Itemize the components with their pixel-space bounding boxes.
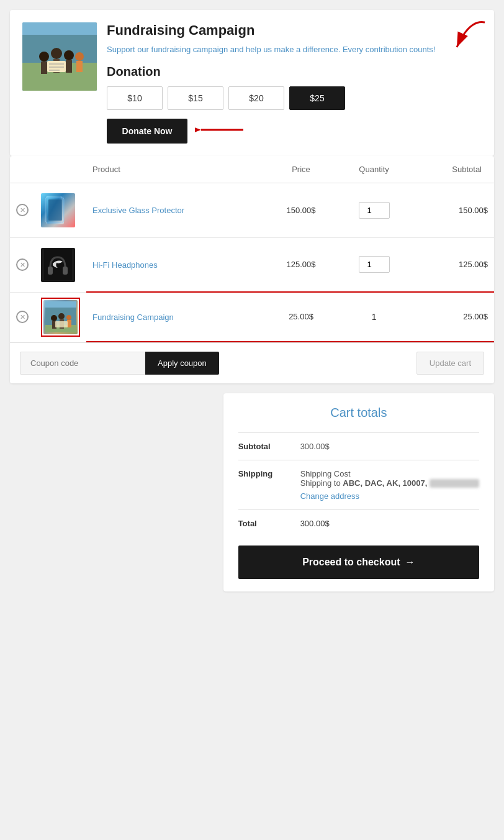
donate-row: Donate Now	[107, 119, 482, 144]
svg-rect-2	[22, 35, 97, 63]
total-value: 300.00$	[300, 519, 330, 528]
svg-rect-39	[44, 249, 72, 280]
main-remove-campaign-icon: ✕	[16, 311, 29, 323]
main-campaign-name-cell: Fundraising Campaign	[86, 292, 266, 342]
cart-totals-box: Cart totals Subtotal 300.00$ Shipping Sh…	[223, 393, 494, 592]
shipping-label: Shipping	[238, 469, 300, 501]
proceed-to-checkout-button[interactable]: Proceed to checkout →	[238, 546, 479, 579]
shipping-row: Shipping Shipping Cost Shipping to ABC, …	[238, 460, 479, 510]
main-col-header-price: Price	[266, 156, 337, 183]
coupon-left: Apply coupon	[20, 352, 219, 375]
svg-point-9	[75, 52, 84, 61]
main-glass-name-cell: Exclusive Glass Protector	[86, 183, 266, 237]
main-cart-row-glass: ✕	[10, 183, 494, 237]
donate-now-button[interactable]: Donate Now	[107, 119, 187, 144]
shipping-address-text: Shipping to ABC, DAC, AK, 10007,	[300, 478, 430, 488]
total-row: Total 300.00$	[238, 509, 479, 537]
main-headphones-link[interactable]: Hi-Fi Headphones	[92, 260, 158, 270]
svg-point-49	[66, 315, 71, 320]
shipping-cost-text: Shipping Cost	[300, 469, 351, 478]
svg-point-3	[39, 52, 49, 62]
amount-20-button[interactable]: $20	[228, 86, 284, 110]
shipping-value: Shipping Cost Shipping to ABC, DAC, AK, …	[300, 469, 479, 501]
total-label: Total	[238, 519, 300, 528]
shipping-blurred-text	[430, 479, 479, 488]
main-campaign-link[interactable]: Fundraising Campaign	[92, 313, 174, 322]
subtotal-label: Subtotal	[238, 442, 300, 451]
svg-point-7	[64, 50, 74, 60]
svg-rect-50	[67, 320, 71, 327]
main-headphones-name-cell: Hi-Fi Headphones	[86, 237, 266, 292]
main-glass-subtotal: 150.00$	[412, 183, 494, 237]
apply-coupon-button[interactable]: Apply coupon	[145, 352, 219, 375]
svg-rect-51	[55, 321, 68, 327]
main-remove-campaign-button[interactable]: ✕	[16, 311, 29, 323]
main-col-header-product: Product	[86, 156, 266, 183]
amount-25-button[interactable]: $25	[289, 86, 345, 110]
svg-rect-4	[41, 62, 47, 74]
main-glass-qty[interactable]	[359, 202, 390, 219]
main-glass-price: 150.00$	[266, 183, 337, 237]
svg-rect-41	[63, 267, 68, 275]
main-headphones-subtotal: 125.00$	[412, 237, 494, 292]
campaign-image	[22, 22, 97, 91]
svg-rect-8	[66, 60, 72, 73]
main-remove-headphones-icon: ✕	[16, 258, 29, 271]
donation-label: Donation	[107, 65, 482, 79]
coupon-code-input[interactable]	[20, 352, 145, 375]
cart-table-main: Product Price Quantity Subtotal ✕	[10, 156, 494, 342]
change-address-link[interactable]: Change address	[300, 491, 479, 501]
cart-section-main: Product Price Quantity Subtotal ✕	[10, 156, 494, 383]
svg-rect-10	[76, 61, 83, 72]
coupon-row: Apply coupon Update cart	[10, 342, 494, 383]
campaign-card: Fundraising Campaign Support our fundrai…	[10, 10, 494, 156]
cart-totals-section: Cart totals Subtotal 300.00$ Shipping Sh…	[10, 393, 494, 592]
main-campaign-price: 25.00$	[266, 292, 337, 342]
main-remove-glass-icon: ✕	[16, 204, 29, 216]
main-campaign-qty: 1	[372, 312, 377, 322]
donation-amounts: $10 $15 $20 $25	[107, 86, 482, 110]
main-col-header-subtotal: Subtotal	[412, 156, 494, 183]
amount-10-button[interactable]: $10	[107, 86, 163, 110]
checkout-arrow-icon: →	[405, 557, 415, 568]
subtotal-row: Subtotal 300.00$	[238, 432, 479, 460]
svg-rect-40	[48, 267, 53, 275]
main-headphones-qty[interactable]	[359, 256, 390, 273]
svg-point-5	[51, 48, 62, 59]
main-col-header-quantity: Quantity	[337, 156, 412, 183]
checkout-btn-wrapper: Proceed to checkout →	[238, 546, 479, 579]
svg-point-47	[58, 313, 65, 319]
main-campaign-image	[43, 300, 78, 334]
main-headphones-price: 125.00$	[266, 237, 337, 292]
main-headphones-image	[41, 248, 75, 282]
checkout-label: Proceed to checkout	[302, 557, 400, 568]
top-arrow-annotation	[444, 16, 488, 60]
main-remove-glass-button[interactable]: ✕	[16, 204, 29, 216]
svg-rect-36	[48, 199, 62, 221]
main-remove-headphones-button[interactable]: ✕	[16, 258, 29, 271]
campaign-description: Support our fundraising campaign and hel…	[107, 43, 482, 56]
subtotal-value: 300.00$	[300, 442, 479, 451]
campaign-info: Fundraising Campaign Support our fundrai…	[107, 22, 482, 144]
main-glass-image	[41, 193, 75, 227]
main-campaign-subtotal: 25.00$	[412, 292, 494, 342]
main-cart-row-headphones: ✕	[10, 237, 494, 292]
amount-15-button[interactable]: $15	[168, 86, 223, 110]
cart-totals-title: Cart totals	[238, 406, 479, 420]
main-cart-row-campaign: ✕	[10, 292, 494, 342]
main-glass-product-link[interactable]: Exclusive Glass Protector	[92, 206, 184, 215]
svg-point-45	[51, 315, 57, 321]
donate-arrow-annotation	[195, 120, 245, 142]
update-cart-button[interactable]: Update cart	[416, 352, 484, 375]
campaign-title: Fundraising Campaign	[107, 22, 482, 39]
